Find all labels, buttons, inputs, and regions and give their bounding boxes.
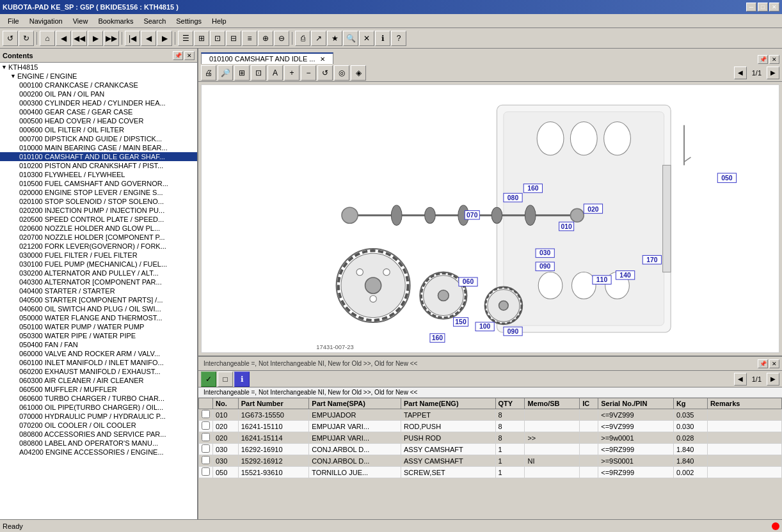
parts-ok-button[interactable]: ✓: [201, 372, 216, 387]
info-button[interactable]: ℹ: [375, 31, 390, 46]
tree-item-060300[interactable]: 060300 AIR CLEANER / AIR CLEANER: [0, 376, 197, 385]
forward-button[interactable]: ↻: [19, 31, 34, 46]
img-zoom-out-button[interactable]: −: [301, 65, 316, 81]
tab-close-button[interactable]: ✕: [320, 56, 325, 63]
tree-item-061000[interactable]: 061000 OIL PIPE(TURBO CHARGER) / OIL...: [0, 403, 197, 412]
table-container[interactable]: No. Part Number Part Name(SPA) Part Name…: [198, 398, 782, 519]
print-button[interactable]: ⎙: [295, 31, 310, 46]
img-reset-button[interactable]: ↺: [317, 65, 333, 81]
tree-item-020100[interactable]: 020100 STOP SOLENOID / STOP SOLENO...: [0, 197, 197, 206]
tree-item-040400[interactable]: 040400 STARTER / STARTER: [0, 286, 197, 295]
nav-first-button[interactable]: |◀: [125, 31, 140, 46]
tool-btn-6[interactable]: ⊕: [258, 31, 273, 46]
img-btn-9[interactable]: ◎: [334, 65, 349, 81]
tree-item-080800[interactable]: 080800 ACCESSORIES AND SERVICE PAR...: [0, 430, 197, 439]
tree-item-030100[interactable]: 030100 FUEL PUMP (MECHANICAL) / FUEL...: [0, 260, 197, 269]
parts-next-button[interactable]: ▶: [767, 373, 779, 386]
search-button[interactable]: 🔍: [343, 31, 358, 46]
tree-item-050000[interactable]: 050000 WATER FLANGE AND THERMOST...: [0, 313, 197, 322]
menu-view[interactable]: View: [68, 16, 93, 26]
tool-btn-2[interactable]: ⊞: [194, 31, 209, 46]
tool-btn-7[interactable]: ⊖: [274, 31, 289, 46]
menu-navigation[interactable]: Navigation: [24, 16, 68, 26]
table-row[interactable]: 030 16292-16910 CONJ.ARBOL D... ASSY CAM…: [199, 444, 782, 455]
menu-search[interactable]: Search: [138, 16, 171, 26]
tree-item-010200[interactable]: 010200 PISTON AND CRANKSHAFT / PIST...: [0, 161, 197, 170]
nav-btn-4[interactable]: ▶: [88, 31, 103, 46]
tree-item-030200[interactable]: 030200 ALTERNATOR AND PULLEY / ALT...: [0, 269, 197, 278]
maximize-button[interactable]: □: [758, 3, 768, 12]
cross-ref-button[interactable]: ✕: [359, 31, 374, 46]
cell-checkbox[interactable]: [199, 444, 213, 455]
img-fit-window-button[interactable]: ⊡: [251, 65, 266, 81]
tree-item-010500[interactable]: 010500 FUEL CAMSHAFT AND GOVERNOR...: [0, 179, 197, 188]
img-text-button[interactable]: A: [267, 65, 283, 81]
tree-item-020200[interactable]: 020200 INJECTION PUMP / INJECTION PU...: [0, 206, 197, 215]
tree-item-010300[interactable]: 010300 FLYWHEEL / FLYWHEEL: [0, 170, 197, 179]
table-row[interactable]: 020 16241-15110 EMPUJAR VARI... ROD,PUSH…: [199, 421, 782, 432]
menu-settings[interactable]: Settings: [171, 16, 207, 26]
active-tab[interactable]: 010100 CAMSHAFT AND IDLE ... ✕: [201, 52, 333, 64]
cell-checkbox[interactable]: [199, 432, 213, 444]
tree-root[interactable]: ▼KTH4815: [0, 63, 197, 72]
tree-item-000300[interactable]: 000300 CYLINDER HEAD / CYLINDER HEA...: [0, 98, 197, 107]
tree-item-A04200[interactable]: A04200 ENGINE ACCESSORIES / ENGINE...: [0, 448, 197, 457]
cell-checkbox[interactable]: [199, 409, 213, 421]
tree-container[interactable]: ▼KTH4815▼ENGINE / ENGINE000100 CRANKCASE…: [0, 63, 197, 519]
menu-bookmarks[interactable]: Bookmarks: [93, 16, 138, 26]
tree-item-020700[interactable]: 020700 NOZZLE HOLDER [COMPONENT P...: [0, 233, 197, 242]
parts-prev-button[interactable]: ◀: [734, 373, 747, 386]
parts-close-button[interactable]: ✕: [769, 359, 779, 368]
tree-item-060100[interactable]: 060100 INLET MANIFOLD / INLET MANIFO...: [0, 358, 197, 367]
tree-item-000400[interactable]: 000400 GEAR CASE / GEAR CASE: [0, 107, 197, 116]
tree-item-030000[interactable]: 030000 FUEL FILTER / FUEL FILTER: [0, 251, 197, 260]
tree-item-020500[interactable]: 020500 SPEED CONTROL PLATE / SPEED...: [0, 215, 197, 224]
tree-item-060200[interactable]: 060200 EXHAUST MANIFOLD / EXHAUST...: [0, 367, 197, 376]
table-row[interactable]: 020 16241-15114 EMPUJAR VARI... PUSH ROD…: [199, 432, 782, 444]
cell-checkbox[interactable]: [199, 455, 213, 467]
tree-item-070000[interactable]: 070000 HYDRAULIC PUMP / HYDRAULIC P...: [0, 412, 197, 421]
parts-pin-button[interactable]: 📌: [758, 359, 768, 368]
tree-item-060500[interactable]: 060500 MUFFLER / MUFFLER: [0, 385, 197, 394]
tree-item-070200[interactable]: 070200 OIL COOLER / OIL COOLER: [0, 421, 197, 430]
tree-item-000700[interactable]: 000700 DIPSTICK AND GUIDE / DIPSTICK...: [0, 134, 197, 143]
tab-pin-button[interactable]: 📌: [758, 55, 768, 64]
tree-item-000100[interactable]: 000100 CRANKCASE / CRANKCASE: [0, 81, 197, 90]
tree-item-021200[interactable]: 021200 FORK LEVER(GOVERNOR) / FORK...: [0, 242, 197, 251]
tree-item-000600[interactable]: 000600 OIL FILTER / OIL FILTER: [0, 125, 197, 134]
tree-item-000500[interactable]: 000500 HEAD COVER / HEAD COVER: [0, 116, 197, 125]
cell-checkbox[interactable]: [199, 467, 213, 478]
tool-btn-3[interactable]: ⊡: [210, 31, 225, 46]
bookmark-button[interactable]: ★: [327, 31, 342, 46]
cell-checkbox[interactable]: [199, 421, 213, 432]
tree-item-060000[interactable]: 060000 VALVE AND ROCKER ARM / VALV...: [0, 349, 197, 358]
tree-item-020600[interactable]: 020600 NOZZLE HOLDER AND GLOW PL...: [0, 224, 197, 233]
tree-item-040500[interactable]: 040500 STARTER [COMPONENT PARTS] /...: [0, 295, 197, 304]
table-row[interactable]: 050 15521-93610 TORNILLO JUE... SCREW,SE…: [199, 467, 782, 478]
tool-btn-1[interactable]: ☰: [178, 31, 193, 46]
minimize-button[interactable]: ─: [746, 3, 756, 12]
close-button[interactable]: ✕: [769, 3, 779, 12]
parts-cancel-button[interactable]: □: [218, 372, 233, 387]
export-button[interactable]: ↗: [311, 31, 326, 46]
menu-file[interactable]: File: [3, 16, 24, 26]
tree-item-040300[interactable]: 040300 ALTERNATOR [COMPONENT PAR...: [0, 278, 197, 286]
img-zoom-mode-button[interactable]: 🔎: [218, 65, 233, 81]
tree-item-080800b[interactable]: 080800 LABEL AND OPERATOR'S MANU...: [0, 439, 197, 448]
img-zoom-area-button[interactable]: ⊞: [234, 65, 250, 81]
tree-item-050400[interactable]: 050400 FAN / FAN: [0, 340, 197, 349]
tree-item-050300[interactable]: 050300 WATER PIPE / WATER PIPE: [0, 331, 197, 340]
back-button[interactable]: ↺: [3, 31, 18, 46]
home-button[interactable]: ⌂: [40, 31, 55, 46]
tree-item-020000[interactable]: 020000 ENGINE STOP LEVER / ENGINE S...: [0, 188, 197, 197]
nav-btn-5[interactable]: ▶▶: [104, 31, 119, 46]
tree-item-engine[interactable]: ▼ENGINE / ENGINE: [0, 72, 197, 81]
contents-pin-button[interactable]: 📌: [173, 51, 183, 60]
parts-info-button[interactable]: ℹ: [234, 372, 250, 387]
img-print-button[interactable]: 🖨: [201, 65, 216, 81]
tree-item-040600[interactable]: 040600 OIL SWITCH AND PLUG / OIL SWI...: [0, 304, 197, 313]
tab-close-right-button[interactable]: ✕: [769, 55, 779, 64]
nav-btn-3[interactable]: ◀◀: [72, 31, 87, 46]
img-btn-10[interactable]: ◈: [351, 65, 366, 81]
tree-item-010100[interactable]: 010100 CAMSHAFT AND IDLE GEAR SHAF...: [0, 152, 197, 161]
